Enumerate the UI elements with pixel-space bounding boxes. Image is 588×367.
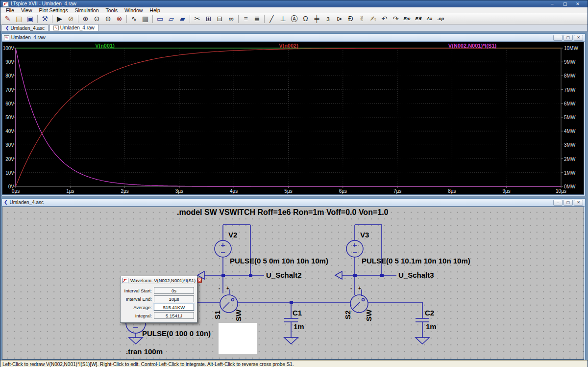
control-panel-button[interactable]: ⚒	[39, 14, 50, 24]
trace-label-vn001[interactable]: V(n001)	[95, 43, 115, 49]
menu-file[interactable]: File	[2, 7, 18, 13]
c1-name-label[interactable]: C1	[293, 309, 302, 317]
move-button[interactable]: ✌	[356, 14, 368, 24]
plot-restore-button[interactable]: ▢	[564, 35, 573, 41]
find-button[interactable]: ∞	[225, 14, 237, 24]
place-ground-button[interactable]: ⊥	[277, 14, 289, 24]
place-diode-button[interactable]: ⊳	[334, 14, 345, 24]
y-right-tick-label: 1MW	[564, 170, 575, 175]
tile-horizontal-button[interactable]: ▭	[154, 14, 166, 24]
draw-wire-button[interactable]: ╱	[266, 14, 277, 24]
x-tick-label: 2µs	[121, 188, 128, 194]
toolbar-separator	[37, 15, 38, 23]
s2-model-label[interactable]: SW	[365, 310, 373, 321]
schematic-close-button[interactable]: ✕	[574, 200, 583, 206]
tile-windows-button[interactable]: ▰	[177, 14, 188, 24]
plot-settings-button[interactable]: ▦	[140, 14, 151, 24]
c1-value-label[interactable]: 1m	[294, 322, 304, 331]
s1-name-label[interactable]: S1	[213, 311, 221, 319]
menu-help[interactable]: Help	[146, 7, 164, 13]
x-tick-label: 6µs	[339, 188, 347, 194]
c1-ground-symbol[interactable]	[284, 338, 298, 344]
undo-button[interactable]: ↶	[379, 14, 390, 24]
place-component-button[interactable]: Ð	[345, 14, 356, 24]
c2-ground-symbol[interactable]	[416, 338, 429, 344]
tran-directive-text[interactable]: .tran 100m	[126, 347, 163, 356]
v3-value-label[interactable]: PULSE(0 5 10.1m 10n 10n 10m)	[362, 257, 470, 265]
tab-bar: ❮ Umladen_4.asc ∿ Umladen_4.raw	[0, 25, 588, 31]
s2-name-label[interactable]: S2	[343, 311, 352, 319]
close-button[interactable]: ✕	[573, 1, 583, 7]
plot-area[interactable]: V(n001) V(n002) V(N002,N001)*I(S1) 0V10V…	[2, 42, 584, 195]
print-preview-button[interactable]: ≣	[251, 14, 263, 24]
mirror-button[interactable]: Em	[401, 14, 413, 24]
schematic-window-titlebar[interactable]: ❮ Umladen_4.asc – ▢ ✕	[2, 199, 585, 207]
maximize-button[interactable]: ▢	[560, 1, 570, 7]
net-label-u-schalt3[interactable]: U_Schalt3	[398, 271, 434, 279]
y-left-tick-label: 70V	[5, 87, 14, 92]
open-file-button[interactable]: ▤	[13, 14, 24, 24]
x-tick-label: 7µs	[393, 188, 401, 194]
new-schematic-button[interactable]: ✎	[2, 14, 13, 24]
move-icon: ✌	[359, 15, 365, 22]
dialog-titlebar[interactable]: Waveform: V(N002,N001)*I(S1) ✕	[121, 276, 197, 284]
v2-value-label[interactable]: PULSE(0 5 0m 10n 10n 10m)	[230, 257, 328, 265]
average-value-input[interactable]	[154, 304, 194, 311]
drag-button[interactable]: ✍	[368, 14, 379, 24]
menu-view[interactable]: View	[18, 7, 36, 13]
schematic-canvas[interactable]: .model SW VSWITCH Roff=1e6 Ron=1m Voff=0…	[2, 207, 584, 360]
place-net-label-button[interactable]: Ⓐ	[289, 14, 300, 24]
place-text-button[interactable]: Aa	[424, 14, 435, 24]
ground-flag-left-v3[interactable]	[335, 271, 342, 279]
place-inductor-button[interactable]: ɜ	[322, 14, 334, 24]
menu-window[interactable]: Window	[121, 7, 146, 13]
title-bar[interactable]: LTspice XVII - Umladen_4.raw – ▢ ✕	[0, 0, 588, 7]
model-directive-text[interactable]: .model SW VSWITCH Roff=1e6 Ron=1m Voff=0…	[177, 208, 389, 217]
menu-bar: File View Plot Settings Simulation Tools…	[0, 7, 588, 13]
zoom-out-button[interactable]: ⊖	[102, 14, 114, 24]
plot-close-button[interactable]: ✕	[574, 35, 583, 41]
redo-button[interactable]: ↷	[390, 14, 401, 24]
zoom-area-button[interactable]: ⊙	[91, 14, 102, 24]
trace-label-vn002[interactable]: V(n002)	[279, 43, 298, 49]
menu-simulation[interactable]: Simulation	[71, 7, 102, 13]
minimize-button[interactable]: –	[547, 1, 557, 7]
place-capacitor-button[interactable]: ╪	[311, 14, 322, 24]
zoom-out-icon: ⊖	[105, 15, 111, 22]
save-button[interactable]: ▣	[24, 14, 36, 24]
paste-button[interactable]: ⊟	[214, 14, 225, 24]
c2-value-label[interactable]: 1m	[426, 322, 437, 331]
cut-button[interactable]: ✂	[192, 14, 203, 24]
place-resistor-button[interactable]: Ω	[300, 14, 311, 24]
cascade-windows-button[interactable]: ▱	[166, 14, 177, 24]
tab-umladen-asc[interactable]: ❮ Umladen_4.asc	[1, 25, 49, 31]
spice-directive-button[interactable]: .op	[435, 14, 446, 24]
v2-source-symbol[interactable]	[215, 240, 231, 257]
trace-label-power[interactable]: V(N002,N001)*I(S1)	[448, 43, 496, 49]
menu-tools[interactable]: Tools	[102, 7, 121, 13]
c2-name-label[interactable]: C2	[425, 309, 434, 317]
interval-start-label: Interval Start:	[122, 288, 152, 293]
zoom-in-button[interactable]: ⊕	[80, 14, 91, 24]
schematic-restore-button[interactable]: ▢	[564, 200, 573, 206]
rotate-button[interactable]: E∃	[413, 14, 424, 24]
schematic-minimize-button[interactable]: –	[553, 200, 563, 206]
tab-umladen-raw[interactable]: ∿ Umladen_4.raw	[49, 24, 98, 31]
v1-ground-symbol[interactable]	[129, 338, 143, 344]
halt-simulation-button[interactable]: ⊘	[65, 14, 76, 24]
plot-minimize-button[interactable]: –	[553, 35, 563, 41]
v2-name-label[interactable]: V2	[228, 231, 237, 239]
s1-model-label[interactable]: SW	[234, 310, 243, 321]
print-button[interactable]: ≡	[240, 14, 251, 24]
v3-name-label[interactable]: V3	[360, 231, 369, 239]
waveform-window-titlebar[interactable]: ∿ Umladen_4.raw – ▢ ✕	[2, 34, 585, 42]
zoom-full-extents-button[interactable]: ⊗	[114, 14, 125, 24]
run-simulation-button[interactable]: ▶	[54, 14, 65, 24]
v3-source-symbol[interactable]	[346, 240, 363, 257]
dialog-close-button[interactable]: ✕	[197, 278, 202, 283]
v1-value-label[interactable]: PULSE(0 100 0 10n)	[142, 329, 211, 338]
copy-button[interactable]: ⊞	[203, 14, 214, 24]
menu-plot-settings[interactable]: Plot Settings	[36, 7, 72, 13]
net-label-u-schalt2[interactable]: U_Schalt2	[266, 271, 302, 279]
autorange-y-axis-button[interactable]: ∿	[128, 14, 140, 24]
